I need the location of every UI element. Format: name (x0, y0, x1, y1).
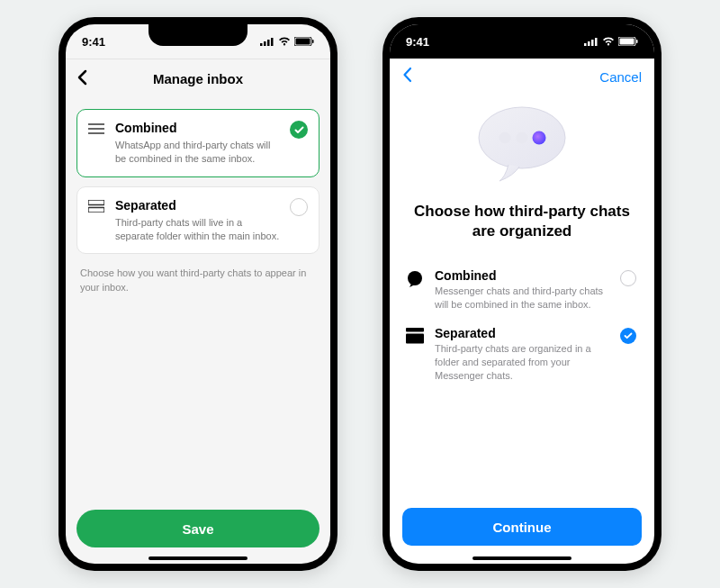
svg-point-20 (500, 132, 511, 144)
helper-text: Choose how you want third-party chats to… (76, 263, 320, 298)
battery-icon (618, 37, 638, 46)
svg-rect-13 (588, 41, 590, 46)
svg-rect-15 (595, 38, 598, 46)
option-title: Combined (115, 121, 281, 135)
option-title: Separated (115, 198, 281, 213)
illustration (406, 104, 638, 189)
page-title: Manage inbox (66, 71, 330, 86)
phone-notch (148, 24, 248, 46)
svg-rect-3 (271, 38, 274, 46)
svg-rect-1 (264, 41, 266, 46)
svg-point-21 (517, 132, 528, 144)
status-time: 9:41 (406, 35, 429, 49)
battery-icon (294, 37, 314, 46)
chat-icon (406, 270, 424, 292)
option-title: Separated (435, 326, 609, 340)
unselected-radio-icon (290, 198, 308, 216)
option-separated[interactable]: Separated Third-party chats will live in… (76, 186, 320, 255)
signal-icon (584, 37, 598, 46)
svg-rect-5 (296, 39, 310, 45)
list-icon (88, 122, 106, 166)
chat-bubble-icon (472, 104, 572, 189)
wifi-icon (602, 37, 615, 46)
save-button[interactable]: Save (76, 510, 320, 547)
home-indicator (148, 556, 248, 560)
rows-icon (88, 200, 106, 243)
svg-rect-18 (636, 40, 638, 43)
svg-point-22 (533, 131, 546, 145)
svg-rect-6 (312, 40, 314, 43)
option-separated[interactable]: Separated Third-party chats are organize… (406, 319, 638, 390)
svg-rect-12 (584, 43, 587, 46)
content: Choose how third-party chats are organiz… (390, 95, 654, 501)
folder-icon (406, 328, 424, 348)
signal-icon (260, 37, 274, 46)
chevron-left-icon (76, 69, 87, 86)
messenger-phone: 9:41 Cancel (382, 17, 662, 571)
cancel-button[interactable]: Cancel (599, 69, 642, 85)
option-desc: WhatsApp and third-party chats will be c… (115, 139, 281, 166)
option-combined[interactable]: Combined WhatsApp and third-party chats … (76, 109, 320, 177)
status-icons (584, 37, 638, 46)
svg-point-23 (408, 271, 422, 285)
svg-rect-17 (620, 39, 634, 45)
status-icons (260, 37, 314, 46)
content: Combined WhatsApp and third-party chats … (66, 98, 330, 502)
phone-notch (472, 24, 572, 46)
chevron-left-icon (402, 67, 412, 83)
wifi-icon (278, 37, 291, 46)
back-button[interactable] (76, 68, 87, 91)
selected-check-icon (290, 121, 308, 139)
option-desc: Third-party chats are organized in a fol… (435, 342, 609, 383)
continue-button[interactable]: Continue (402, 508, 642, 546)
svg-rect-14 (591, 40, 594, 46)
svg-rect-25 (406, 333, 424, 343)
whatsapp-phone: 9:41 Manage inbox Combined WhatsApp and … (58, 17, 338, 571)
selected-check-icon (620, 328, 636, 344)
option-title: Combined (435, 268, 609, 283)
svg-rect-24 (406, 328, 424, 332)
back-button[interactable] (402, 65, 412, 88)
svg-rect-10 (88, 200, 104, 205)
page-title: Choose how third-party chats are organiz… (406, 202, 638, 241)
header: Manage inbox (66, 59, 330, 98)
header: Cancel (390, 59, 654, 95)
svg-rect-2 (267, 40, 270, 46)
option-combined[interactable]: Combined Messenger chats and third-party… (406, 261, 638, 319)
option-desc: Messenger chats and third-party chats wi… (435, 285, 609, 312)
svg-rect-11 (88, 207, 104, 213)
svg-rect-0 (260, 43, 263, 46)
unselected-radio-icon (620, 270, 636, 286)
home-indicator (472, 556, 572, 560)
option-desc: Third-party chats will live in a separat… (115, 216, 281, 243)
status-time: 9:41 (82, 35, 105, 49)
